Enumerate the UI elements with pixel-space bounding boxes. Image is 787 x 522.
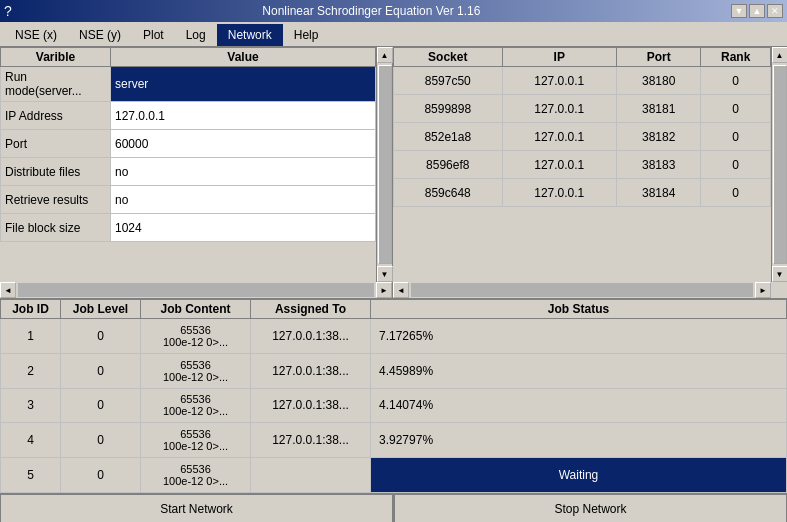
job-assigned-1: 127.0.0.1:38... <box>251 353 371 388</box>
network-buttons-row: Start Network Stop Network <box>0 494 787 522</box>
close-button[interactable]: ✕ <box>767 4 783 18</box>
sockets-scroll-up[interactable]: ▲ <box>772 47 788 63</box>
table-row: Retrieve results no <box>1 186 376 214</box>
job-level-2: 0 <box>61 388 141 423</box>
window-controls: ▼ ▲ ✕ <box>731 4 783 18</box>
var-label-0: Run mode(server... <box>1 67 111 102</box>
job-status-3: 3.92797% <box>371 423 787 458</box>
menu-item-help[interactable]: Help <box>283 24 330 46</box>
socket-port-2: 38182 <box>617 123 701 151</box>
socket-4: 859c648 <box>394 179 503 207</box>
title-bar: ? Nonlinear Schrodinger Equation Ver 1.1… <box>0 0 787 22</box>
var-value-4[interactable]: no <box>111 186 376 214</box>
h-scroll-left-btn[interactable]: ◄ <box>0 282 16 298</box>
jobs-header-content: Job Content <box>141 300 251 319</box>
table-row: 3 0 65536 100e-12 0>... 127.0.0.1:38... … <box>1 388 787 423</box>
minimize-button[interactable]: ▼ <box>731 4 747 18</box>
left-scrollbar-h[interactable]: ◄ ► <box>0 282 392 298</box>
job-content-3: 65536 100e-12 0>... <box>141 423 251 458</box>
job-status-0: 7.17265% <box>371 319 787 354</box>
jobs-section: Job ID Job Level Job Content Assigned To… <box>0 299 787 494</box>
var-value-5[interactable]: 1024 <box>111 214 376 242</box>
variables-table: Varible Value Run mode(server... server … <box>0 47 376 242</box>
rh-scroll-left-btn[interactable]: ◄ <box>393 282 409 298</box>
socket-ip-3: 127.0.0.1 <box>502 151 617 179</box>
var-header-varible: Varible <box>1 48 111 67</box>
job-assigned-2: 127.0.0.1:38... <box>251 388 371 423</box>
jobs-header-assigned: Assigned To <box>251 300 371 319</box>
variables-scrollbar[interactable]: ▲ ▼ <box>376 47 392 282</box>
job-status-4: Waiting <box>371 458 787 493</box>
socket-header-socket: Socket <box>394 48 503 67</box>
socket-ip-1: 127.0.0.1 <box>502 95 617 123</box>
var-value-0[interactable]: server <box>111 67 376 102</box>
maximize-button[interactable]: ▲ <box>749 4 765 18</box>
sockets-panel: Socket IP Port Rank 8597c50 127.0.0.1 38… <box>393 47 787 282</box>
job-id-3: 4 <box>1 423 61 458</box>
socket-rank-2: 0 <box>701 123 771 151</box>
socket-header-port: Port <box>617 48 701 67</box>
socket-rank-4: 0 <box>701 179 771 207</box>
h-scroll-right-btn[interactable]: ► <box>376 282 392 298</box>
jobs-table: Job ID Job Level Job Content Assigned To… <box>0 299 787 493</box>
start-network-button[interactable]: Start Network <box>0 494 393 522</box>
app-icon: ? <box>4 3 12 19</box>
socket-ip-4: 127.0.0.1 <box>502 179 617 207</box>
menu-item-nse-x[interactable]: NSE (x) <box>4 24 68 46</box>
right-scrollbar-h[interactable]: ◄ ► <box>393 282 771 298</box>
scroll-thumb[interactable] <box>378 65 392 264</box>
menu-item-log[interactable]: Log <box>175 24 217 46</box>
job-content-0: 65536 100e-12 0>... <box>141 319 251 354</box>
job-assigned-3: 127.0.0.1:38... <box>251 423 371 458</box>
socket-2: 852e1a8 <box>394 123 503 151</box>
job-level-1: 0 <box>61 353 141 388</box>
socket-header-rank: Rank <box>701 48 771 67</box>
sockets-scroll-thumb[interactable] <box>773 65 787 264</box>
variables-panel: Varible Value Run mode(server... server … <box>0 47 393 282</box>
table-row: 5 0 65536 100e-12 0>... Waiting <box>1 458 787 493</box>
left-h-scroll: ◄ ► <box>0 282 393 298</box>
socket-port-1: 38181 <box>617 95 701 123</box>
rh-scroll-right-btn[interactable]: ► <box>755 282 771 298</box>
job-content-4: 65536 100e-12 0>... <box>141 458 251 493</box>
sockets-table-container: Socket IP Port Rank 8597c50 127.0.0.1 38… <box>393 47 771 282</box>
sockets-scrollbar[interactable]: ▲ ▼ <box>771 47 787 282</box>
top-section: Varible Value Run mode(server... server … <box>0 47 787 282</box>
socket-port-3: 38183 <box>617 151 701 179</box>
job-assigned-0: 127.0.0.1:38... <box>251 319 371 354</box>
socket-rank-3: 0 <box>701 151 771 179</box>
job-level-4: 0 <box>61 458 141 493</box>
job-level-3: 0 <box>61 423 141 458</box>
job-id-1: 2 <box>1 353 61 388</box>
job-assigned-4 <box>251 458 371 493</box>
socket-3: 8596ef8 <box>394 151 503 179</box>
var-value-1[interactable]: 127.0.0.1 <box>111 102 376 130</box>
rh-scroll-track[interactable] <box>411 283 753 297</box>
socket-port-4: 38184 <box>617 179 701 207</box>
menu-item-nse-y[interactable]: NSE (y) <box>68 24 132 46</box>
table-row: 859c648 127.0.0.1 38184 0 <box>394 179 771 207</box>
var-value-3[interactable]: no <box>111 158 376 186</box>
sockets-scroll-down[interactable]: ▼ <box>772 266 788 282</box>
job-id-4: 5 <box>1 458 61 493</box>
variables-table-container: Varible Value Run mode(server... server … <box>0 47 376 282</box>
job-id-0: 1 <box>1 319 61 354</box>
scroll-down-btn[interactable]: ▼ <box>377 266 393 282</box>
var-label-5: File block size <box>1 214 111 242</box>
right-h-scroll: ◄ ► <box>393 282 771 298</box>
menu-item-network[interactable]: Network <box>217 24 283 46</box>
jobs-header-status: Job Status <box>371 300 787 319</box>
job-status-2: 4.14074% <box>371 388 787 423</box>
sockets-table: Socket IP Port Rank 8597c50 127.0.0.1 38… <box>393 47 771 207</box>
job-id-2: 3 <box>1 388 61 423</box>
job-status-1: 4.45989% <box>371 353 787 388</box>
table-row: 852e1a8 127.0.0.1 38182 0 <box>394 123 771 151</box>
stop-network-button[interactable]: Stop Network <box>394 494 787 522</box>
h-scroll-track[interactable] <box>18 283 374 297</box>
scroll-up-btn[interactable]: ▲ <box>377 47 393 63</box>
var-value-2[interactable]: 60000 <box>111 130 376 158</box>
menu-item-plot[interactable]: Plot <box>132 24 175 46</box>
table-row: Distribute files no <box>1 158 376 186</box>
socket-rank-1: 0 <box>701 95 771 123</box>
var-label-4: Retrieve results <box>1 186 111 214</box>
